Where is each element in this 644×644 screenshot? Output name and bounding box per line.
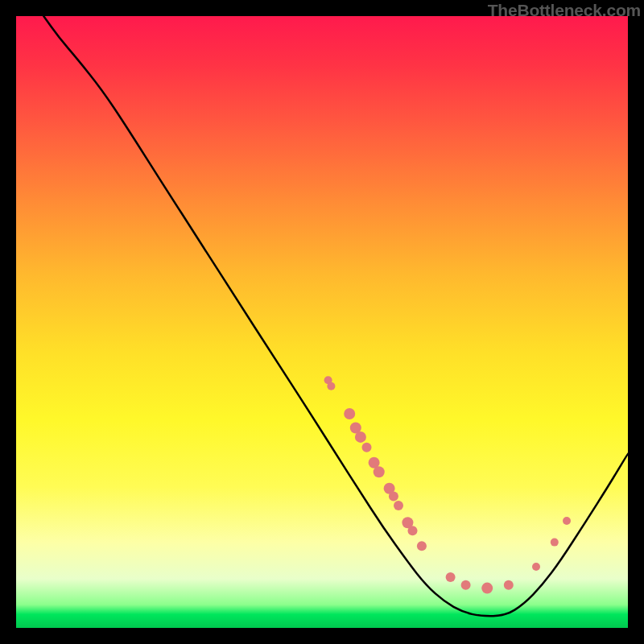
chart-frame	[16, 16, 628, 628]
scatter-point	[408, 526, 418, 535]
scatter-point	[532, 563, 540, 571]
scatter-point	[344, 408, 355, 419]
scatter-point	[563, 517, 571, 525]
scatter-point	[362, 443, 372, 452]
scatter-point	[446, 572, 456, 582]
chart-scatter-group	[324, 376, 571, 593]
scatter-point	[327, 382, 335, 390]
scatter-point	[374, 466, 385, 477]
scatter-point	[551, 539, 559, 547]
scatter-point	[394, 501, 403, 510]
scatter-point	[481, 583, 493, 594]
chart-curve	[43, 16, 628, 616]
scatter-point	[504, 580, 514, 590]
scatter-point	[461, 580, 471, 590]
scatter-point	[355, 431, 366, 443]
scatter-point	[389, 492, 398, 502]
chart-svg	[16, 16, 628, 628]
scatter-point	[417, 541, 427, 551]
